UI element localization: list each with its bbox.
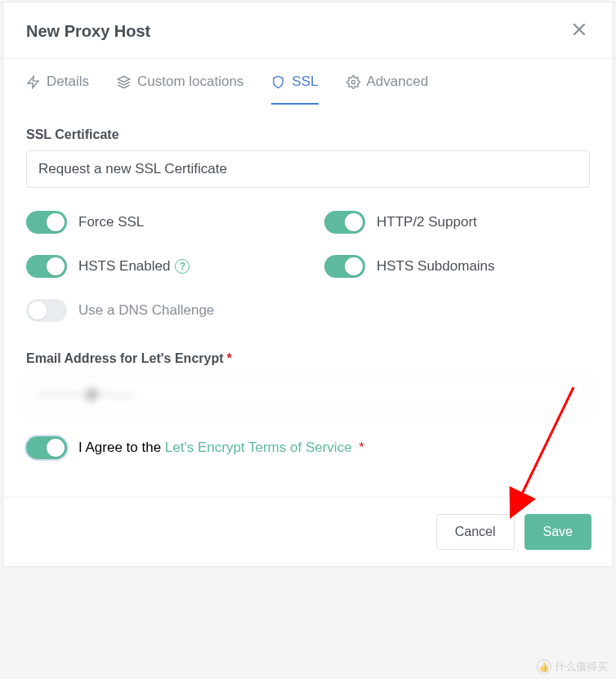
http2-toggle[interactable] (324, 211, 365, 234)
hsts-row: HSTS Enabled ? (26, 255, 292, 278)
tab-custom-locations[interactable]: Custom locations (117, 74, 243, 105)
hsts-text: HSTS Enabled (78, 258, 170, 275)
ssl-certificate-select[interactable]: Request a new SSL Certificate (26, 150, 590, 188)
agree-text: I Agree to the Let's Encrypt Terms of Se… (78, 440, 364, 456)
tab-label: SSL (292, 74, 318, 90)
svg-marker-1 (118, 76, 129, 82)
svg-marker-0 (28, 76, 38, 87)
tab-label: Details (47, 74, 89, 90)
email-label: Email Address for Let's Encrypt* (26, 351, 590, 366)
help-icon[interactable]: ? (175, 259, 190, 274)
email-input[interactable] (26, 374, 590, 415)
hsts-toggle[interactable] (26, 255, 67, 278)
save-button[interactable]: Save (524, 514, 591, 550)
svg-point-2 (351, 80, 355, 83)
email-label-text: Email Address for Let's Encrypt (26, 351, 224, 365)
tab-bar: Details Custom locations SSL Advanced (3, 59, 613, 105)
tab-label: Advanced (367, 74, 429, 90)
force-ssl-label: Force SSL (78, 214, 144, 230)
force-ssl-toggle[interactable] (26, 211, 67, 234)
hsts-sub-toggle[interactable] (324, 255, 365, 278)
tab-advanced[interactable]: Advanced (346, 74, 429, 105)
required-star: * (227, 351, 232, 365)
terms-link[interactable]: Let's Encrypt Terms of Service (165, 440, 352, 455)
close-icon (572, 20, 587, 41)
hsts-label: HSTS Enabled ? (78, 258, 190, 275)
dns-challenge-label: Use a DNS Challenge (78, 302, 214, 319)
required-star: * (355, 440, 364, 455)
toggle-grid: Force SSL HTTP/2 Support HSTS Enabled ? … (26, 211, 590, 278)
tab-details[interactable]: Details (26, 74, 89, 105)
gear-icon (346, 75, 360, 89)
agree-row: I Agree to the Let's Encrypt Terms of Se… (26, 436, 590, 459)
new-proxy-host-modal: New Proxy Host Details Custom locations … (2, 2, 614, 567)
ssl-certificate-label: SSL Certificate (26, 127, 590, 142)
dns-challenge-row: Use a DNS Challenge (26, 299, 590, 322)
tab-ssl[interactable]: SSL (271, 74, 318, 105)
hsts-sub-label: HSTS Subdomains (377, 258, 495, 275)
agree-toggle[interactable] (26, 436, 67, 459)
hsts-sub-row: HSTS Subdomains (324, 255, 590, 278)
watermark: 👍 什么值得买 (537, 659, 608, 674)
ssl-certificate-value: Request a new SSL Certificate (38, 161, 227, 176)
dns-challenge-toggle[interactable] (26, 299, 67, 322)
modal-title: New Proxy Host (26, 22, 150, 41)
http2-row: HTTP/2 Support (324, 211, 590, 234)
shield-icon (271, 75, 285, 89)
cancel-button[interactable]: Cancel (436, 514, 515, 550)
force-ssl-row: Force SSL (26, 211, 292, 234)
watermark-text: 什么值得买 (555, 659, 608, 674)
layers-icon (117, 75, 131, 89)
thumb-icon: 👍 (537, 659, 551, 674)
modal-header: New Proxy Host (3, 2, 613, 59)
agree-prefix: I Agree to the (78, 440, 165, 455)
lightning-icon (26, 75, 40, 89)
modal-body: SSL Certificate Request a new SSL Certif… (3, 105, 613, 467)
close-button[interactable] (569, 20, 590, 42)
email-section: Email Address for Let's Encrypt* (26, 351, 590, 415)
modal-footer: Cancel Save (3, 497, 613, 566)
tab-label: Custom locations (137, 74, 243, 90)
http2-label: HTTP/2 Support (377, 214, 477, 230)
